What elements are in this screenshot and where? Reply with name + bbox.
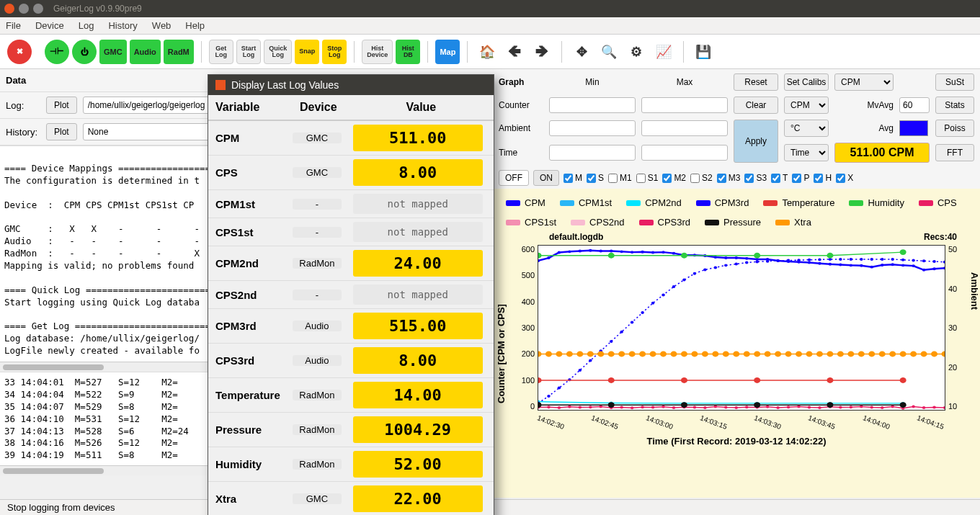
back-icon[interactable]: 🡸 [502, 40, 527, 64]
svg-point-155 [712, 351, 718, 357]
mvavg-input[interactable] [899, 97, 930, 113]
off-toggle[interactable]: OFF [499, 170, 529, 186]
chk-s3[interactable] [744, 174, 754, 183]
settings-icon[interactable]: ⚙ [624, 40, 649, 64]
svg-point-27 [818, 262, 821, 265]
menu-help[interactable]: Help [185, 20, 205, 31]
svg-point-123 [922, 259, 926, 262]
ambient-min-input[interactable] [549, 120, 636, 136]
quick-log-button[interactable]: QuickLog [264, 40, 292, 64]
chk-m2[interactable] [662, 174, 672, 183]
save-icon[interactable]: 💾 [691, 40, 716, 64]
on-toggle[interactable]: ON [533, 170, 559, 186]
menu-log[interactable]: Log [79, 20, 94, 31]
menu-device[interactable]: Device [35, 20, 64, 31]
menu-file[interactable]: File [6, 20, 21, 31]
device-gmc-button[interactable]: GMC [99, 40, 127, 64]
clear-button[interactable]: Clear [734, 97, 778, 114]
svg-point-51 [651, 406, 655, 409]
data-panel-title: Data [6, 75, 40, 86]
chk-t[interactable] [771, 174, 780, 183]
svg-point-38 [932, 267, 936, 270]
poiss-button[interactable]: Poiss [935, 120, 974, 137]
zoom-icon[interactable]: 🔍 [597, 40, 621, 64]
start-log-button[interactable]: StartLog [236, 40, 262, 64]
chart-legend: CPMCPM1stCPM2ndCPM3rdTemperatureHumidity… [499, 194, 974, 230]
stop-icon[interactable]: ✖ [7, 40, 32, 64]
chk-m1[interactable] [608, 174, 618, 183]
chk-m[interactable] [564, 174, 573, 183]
fft-button[interactable]: FFT [935, 144, 974, 161]
chart-recs: Recs:40 [924, 232, 957, 242]
svg-point-76 [912, 405, 915, 408]
get-log-button[interactable]: GetLog [209, 40, 233, 64]
window-close-icon[interactable] [4, 4, 14, 14]
device-audio-button[interactable]: Audio [130, 40, 161, 64]
hist-device-button[interactable]: HistDevice [362, 40, 393, 64]
plot-log-button[interactable]: Plot [46, 97, 77, 114]
svg-point-164 [806, 351, 812, 357]
svg-point-157 [733, 351, 739, 357]
forward-icon[interactable]: 🡺 [530, 40, 554, 64]
svg-point-143 [587, 351, 594, 357]
chart-plot[interactable] [538, 245, 945, 411]
plot-history-button[interactable]: Plot [46, 123, 77, 140]
svg-point-98 [662, 293, 665, 296]
pan-icon[interactable]: ✥ [569, 40, 594, 64]
svg-point-135 [754, 253, 760, 259]
chk-s1[interactable] [636, 174, 646, 183]
dialog-close-icon[interactable] [215, 80, 226, 90]
avg-color-chip[interactable] [899, 120, 928, 136]
hist-db-button[interactable]: HistDB [396, 40, 420, 64]
ambient-max-input[interactable] [641, 120, 728, 136]
svg-point-158 [744, 351, 750, 357]
svg-point-55 [693, 406, 697, 409]
menu-history[interactable]: History [108, 20, 137, 31]
power-icon[interactable]: ⏻ [72, 40, 97, 64]
chk-p[interactable] [792, 174, 801, 183]
svg-point-104 [724, 264, 728, 267]
stop-log-button[interactable]: StopLog [322, 40, 347, 64]
home-icon[interactable]: 🏠 [475, 40, 499, 64]
window-maximize-icon[interactable] [33, 4, 43, 14]
device-radm-button[interactable]: RadM [164, 40, 194, 64]
sust-button[interactable]: SuSt [935, 73, 974, 91]
chk-h[interactable] [814, 174, 823, 183]
cpm-select-top[interactable]: CPM [834, 73, 894, 91]
map-button[interactable]: Map [435, 40, 460, 64]
reset-button[interactable]: Reset [734, 73, 778, 91]
menu-web[interactable]: Web [152, 20, 172, 31]
time-min-input[interactable] [549, 145, 636, 161]
chk-s[interactable] [587, 174, 596, 183]
chart-db-title: default.logdb [549, 232, 603, 242]
svg-point-130 [827, 377, 833, 383]
time-select[interactable]: Time [784, 144, 829, 161]
svg-point-106 [745, 261, 749, 264]
time-max-input[interactable] [641, 145, 728, 161]
svg-point-42 [558, 406, 561, 409]
set-calibs-button[interactable]: Set Calibs [784, 73, 829, 91]
svg-point-9 [631, 251, 634, 254]
chk-s2[interactable] [690, 174, 700, 183]
mvavg-label: MvAvg [834, 100, 894, 110]
counter-min-input[interactable] [549, 97, 636, 113]
chart-icon[interactable]: 📈 [651, 40, 676, 64]
cpm-select[interactable]: CPM [784, 97, 829, 114]
x-axis-ticks: 14:02:3014:02:4514:03:0014:03:1514:03:30… [499, 411, 974, 421]
svg-point-26 [808, 261, 811, 264]
svg-point-125 [943, 261, 945, 264]
svg-point-145 [608, 351, 615, 357]
connect-icon[interactable]: ⊣⊢ [45, 40, 69, 64]
svg-point-172 [889, 351, 896, 357]
svg-point-174 [910, 351, 917, 357]
apply-button[interactable]: Apply [734, 120, 778, 163]
stats-button[interactable]: Stats [935, 97, 974, 114]
svg-point-169 [858, 351, 865, 357]
window-minimize-icon[interactable] [19, 4, 29, 14]
chk-m3[interactable] [717, 174, 726, 183]
degc-select[interactable]: °C [784, 120, 829, 137]
counter-max-input[interactable] [641, 97, 728, 113]
svg-point-57 [714, 405, 718, 408]
snap-button[interactable]: Snap [295, 40, 319, 64]
chk-x[interactable] [836, 174, 845, 183]
